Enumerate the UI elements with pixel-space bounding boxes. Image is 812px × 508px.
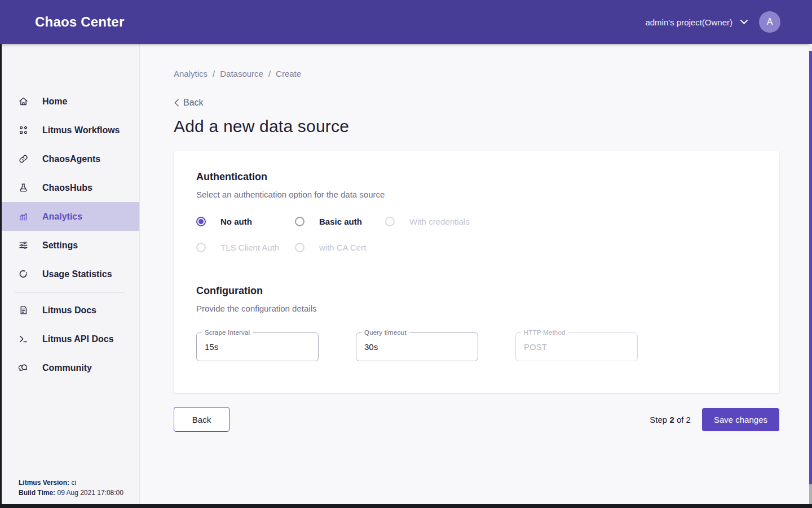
radio-label: TLS Client Auth [220,243,279,252]
sidebar-item-analytics[interactable]: Analytics [0,202,139,231]
radio-label: No auth [220,217,252,226]
configuration-title: Configuration [196,285,757,297]
sidebar-item-litmus-api-docs[interactable]: Litmus API Docs [0,325,139,353]
sidebar-item-label: Analytics [42,212,82,222]
breadcrumb-separator: / [213,69,215,78]
breadcrumb-datasource[interactable]: Datasource [220,69,263,78]
bar-chart-icon [19,212,28,221]
sidebar-item-label: ChaosAgents [42,154,100,164]
sidebar: Home Litmus Workflows ChaosAgents ChaosH… [0,44,140,508]
sidebar-item-litmus-docs[interactable]: Litmus Docs [0,296,139,325]
auth-options-row-2: TLS Client Auth with CA Cert [196,243,757,252]
breadcrumb-create[interactable]: Create [276,69,301,78]
sidebar-item-settings[interactable]: Settings [0,231,139,260]
http-method-label: HTTP Method [521,329,568,336]
litmus-version-value: ci [71,479,76,487]
radio-label: with CA Cert [319,243,366,252]
sidebar-item-label: Community [42,363,92,373]
sidebar-item-usage-statistics[interactable]: Usage Statistics [0,260,139,288]
chevron-left-icon [174,99,179,107]
version-info: Litmus Version: ci Build Time: 09 Aug 20… [0,478,139,508]
sidebar-item-home[interactable]: Home [0,87,139,116]
breadcrumb-analytics[interactable]: Analytics [174,69,208,78]
query-timeout-input[interactable] [356,333,478,361]
datasource-form-card: Authentication Select an authentication … [174,151,779,393]
authentication-subtitle: Select an authentication option for the … [196,190,757,199]
step-current: 2 [669,415,674,424]
radio-no-auth[interactable] [196,217,206,226]
litmus-version-line: Litmus Version: ci [19,478,134,488]
scrape-interval-label: Scrape Interval [202,329,253,336]
scrollbar-thumb[interactable] [809,51,812,484]
project-dropdown[interactable]: admin's project(Owner) [645,17,748,27]
step-middle: of [677,415,684,424]
document-icon [19,305,28,315]
back-link-label: Back [183,98,204,108]
scrollbar-track-end [809,484,812,504]
header-right: admin's project(Owner) A [645,11,780,33]
authentication-title: Authentication [196,171,757,183]
vertical-scrollbar[interactable] [809,44,812,504]
build-time-label: Build Time: [19,489,55,497]
app-header: Chaos Center admin's project(Owner) A [0,0,812,44]
configuration-fields: Scrape Interval Query timeout HTTP Metho… [196,332,757,361]
data-usage-icon [19,269,28,279]
screen-edge-bottom [0,504,812,508]
form-footer: Back Step 2 of 2 Save changes [174,407,779,432]
workflows-icon [19,125,28,135]
sidebar-item-litmus-workflows[interactable]: Litmus Workflows [0,116,139,144]
radio-option-with-ca-cert: with CA Cert [295,243,366,252]
project-label: admin's project(Owner) [645,17,732,27]
app-body: Home Litmus Workflows ChaosAgents ChaosH… [0,44,812,508]
scrape-interval-field: Scrape Interval [196,332,319,361]
radio-option-with-credentials: With credentials [385,217,470,226]
build-time-line: Build Time: 09 Aug 2021 17:08:00 [19,488,134,498]
build-time-value: 09 Aug 2021 17:08:00 [57,489,123,497]
avatar-initial: A [767,17,773,27]
screen-edge-left [0,44,2,508]
radio-label: Basic auth [319,217,362,226]
sliders-icon [19,240,28,250]
radio-with-credentials [385,217,395,226]
sidebar-item-label: Litmus API Docs [42,334,114,344]
sidebar-item-community[interactable]: Community [0,353,139,382]
http-method-input[interactable] [516,333,637,361]
auth-options-row-1: No auth Basic auth With credentials [196,217,757,226]
avatar[interactable]: A [759,11,780,33]
step-prefix: Step [650,415,667,424]
step-total: 2 [686,415,691,424]
scrape-interval-input[interactable] [197,333,318,361]
app-title: Chaos Center [35,14,124,30]
radio-label: With credentials [409,217,470,226]
breadcrumb-separator: / [268,69,271,78]
radio-with-ca-cert [295,243,304,252]
chat-bubbles-icon [19,363,28,373]
sidebar-item-label: Home [42,97,67,107]
terminal-icon [19,334,28,344]
sidebar-divider [15,292,125,292]
configuration-subtitle: Provide the configuration details [196,304,757,313]
sidebar-item-label: Settings [42,240,78,251]
sidebar-item-chaoshubs[interactable]: ChaosHubs [0,173,139,202]
radio-basic-auth[interactable] [295,217,304,226]
http-method-field: HTTP Method [515,332,638,361]
sidebar-item-label: Litmus Docs [42,305,96,316]
sidebar-item-chaosagents[interactable]: ChaosAgents [0,144,139,173]
save-changes-button[interactable]: Save changes [702,408,779,431]
query-timeout-label: Query timeout [361,329,409,336]
query-timeout-field: Query timeout [356,332,478,361]
sidebar-item-label: Usage Statistics [42,269,112,279]
link-icon [19,154,28,164]
page-title: Add a new data source [174,117,779,136]
flask-icon [19,183,28,192]
main-content: Analytics / Datasource / Create Back Add… [140,44,812,508]
radio-tls-client-auth [196,243,206,252]
radio-option-basic-auth[interactable]: Basic auth [295,217,385,226]
breadcrumb: Analytics / Datasource / Create [174,69,779,78]
back-button[interactable]: Back [174,407,230,432]
sidebar-item-label: ChaosHubs [42,183,92,193]
back-link[interactable]: Back [174,98,204,108]
home-icon [19,97,28,106]
litmus-version-label: Litmus Version: [19,479,69,487]
radio-option-no-auth[interactable]: No auth [196,217,295,226]
